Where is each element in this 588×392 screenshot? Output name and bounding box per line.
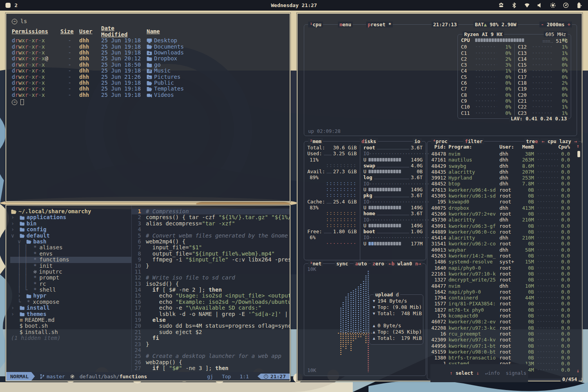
git-branch[interactable]: master — [40, 374, 65, 379]
tree-item-rc[interactable]: │ │ *rc — [10, 281, 131, 287]
cpu-core-row: C11·············0% — [458, 110, 514, 116]
process-row[interactable]: 176kcompactd0root0B········0.0 — [427, 313, 582, 319]
process-row[interactable]: 1640napi/phy0-0root0B········0.0 — [427, 265, 582, 271]
file-row: drwxr-xr-x-dhh25 Jun 18:50go — [12, 62, 284, 68]
tree-item-prompt[interactable]: │ │ *prompt — [10, 275, 131, 281]
process-row[interactable]: 40075dropboxdhh413M········0.0 — [427, 205, 582, 211]
process-row[interactable]: 48435alacrittydhh207M········0.0 — [427, 169, 582, 175]
code-line: 11 — [132, 269, 290, 275]
process-row[interactable]: 42208kworker/u97:3-kcroot0B········0.0 — [427, 325, 582, 331]
file-tree-pane[interactable]: ~/.local/share/omarchy› applications› bi… — [6, 205, 132, 372]
disk-row: log3.6T — [360, 174, 426, 180]
tree-item-install[interactable]: › install — [10, 305, 131, 311]
process-row[interactable]: 45159kworker/u98:0-btroot0B········0.0 — [427, 349, 582, 355]
script-icon: $ — [20, 323, 23, 329]
process-row[interactable]: 48429swaybgdhh8.6M········0.0 — [427, 163, 582, 169]
tab-disks[interactable]: disks — [360, 138, 378, 144]
tree-item-bin[interactable]: › bin — [10, 221, 131, 227]
process-row[interactable]: 40013waybardhh58M········0.0 — [427, 247, 582, 253]
process-row[interactable]: 45414alacrittydhh210M········0.0 — [427, 235, 582, 241]
process-row[interactable]: 45263kworker/14:2-mm_root0B········0.0 — [427, 253, 582, 259]
process-row[interactable]: 1486systemd-resolvesyst+15M········0.0 — [427, 259, 582, 265]
cpu-core-row: C23·············1% — [514, 110, 571, 116]
menu-button[interactable]: menu — [338, 22, 353, 27]
process-row[interactable]: 1380btrfs-transactioroot0B········0.0 — [427, 355, 582, 361]
tab-proc[interactable]: ⁴proc — [431, 138, 449, 144]
tree-item-hypr[interactable]: › hypr — [10, 293, 131, 299]
tree-item-boot.sh[interactable]: $boot.sh — [10, 323, 131, 329]
process-row[interactable]: 46072kworker/u98:2-evroot0B········0.0 — [427, 319, 582, 325]
process-table-header[interactable]: Pid:Program:User:MemBCpu% — [427, 144, 582, 150]
tree-item-shell[interactable]: │ └ *shell — [10, 287, 131, 293]
process-row[interactable]: 48478nvimdhh38M········0.0 — [427, 151, 582, 157]
process-row[interactable]: 39912Hyprlanddhh253M········0.0 — [427, 175, 582, 181]
process-row[interactable]: 43091kworker/u96:3-gfroot0B········0.0 — [427, 223, 582, 229]
proc-scrollbar-thumb[interactable] — [577, 151, 580, 157]
process-row[interactable]: 16rcu_preemptroot0B········0.0 — [427, 331, 582, 337]
wifi-icon[interactable] — [524, 2, 530, 8]
btop-window[interactable]: ¹cpu menu preset * 21:27:13 BAT▲ 98% 2.9… — [297, 13, 583, 381]
disk-row: pkg3.6T — [360, 192, 426, 198]
tree-item--.local-share-omarchy[interactable]: ~/.local/share/omarchy — [10, 209, 131, 214]
ls-column-header: User — [73, 29, 96, 34]
tree-item-inputrc[interactable]: │ │ inputrc — [10, 269, 131, 275]
process-row[interactable]: 22161kworker/u97:10-kroot0B········0.0 — [427, 271, 582, 277]
process-row[interactable]: 47161nautilusdhh263M········0.0 — [427, 157, 582, 163]
process-row[interactable]: 1827mt76-tx phy0root0B········0.0 — [427, 307, 582, 313]
tree-item-default[interactable]: ∨ default — [10, 233, 131, 239]
workspace-indicator[interactable]: 2 — [5, 2, 18, 8]
process-row[interactable]: 1577irq/81-PIXA3854:root0B········0.0 — [427, 301, 582, 307]
code-line: 7 input_file="$1" — [132, 245, 290, 250]
tree-item-applications[interactable]: › applications — [10, 214, 131, 220]
screencast-icon[interactable] — [550, 2, 556, 8]
tree-item-envs[interactable]: │ │ *envs — [10, 251, 131, 257]
file-row: drwxr-xr-x@-dhh25 Jun 20:12Dropbox — [12, 56, 284, 62]
updates-icon[interactable] — [498, 2, 504, 8]
editor-window[interactable]: ~/.local/share/omarchy› applications› bi… — [5, 205, 290, 381]
tree-item-config[interactable]: › config — [10, 227, 131, 232]
process-row[interactable]: 44889kworker/u96:0-coroot0B········0.0 — [427, 229, 582, 235]
tab-mem[interactable]: ²mem — [308, 138, 323, 144]
code-line: 18 lsblk -d -o NAME | grep -E '^sd[a-z]'… — [132, 311, 290, 317]
process-row[interactable]: 1327dmcrypt_write/25root0B········0.0 — [427, 277, 582, 283]
idle-inhibitor-icon[interactable] — [563, 2, 569, 8]
tree-item-functions[interactable]: │ │ *functions — [10, 257, 131, 263]
proc-tree-toggle[interactable]: tree — [524, 138, 539, 144]
battery-charging-icon[interactable] — [576, 2, 582, 8]
tree-item-themes[interactable]: › themes — [10, 311, 131, 317]
proc-sort-selector[interactable]: ← cpu lazy → — [540, 138, 579, 144]
tree-item-aliases[interactable]: │ │ *aliases — [10, 245, 131, 250]
process-row[interactable]: 195kswapd0root0B········0.0 — [427, 199, 582, 205]
process-row[interactable]: 45266kworker/u97:2+evroot0B········0.0 — [427, 211, 582, 217]
code-line: 10} — [132, 263, 290, 269]
disks-io-label[interactable]: io — [413, 138, 422, 144]
process-row[interactable]: 31541kworker/u96:2-coroot0B········0.0 — [427, 241, 582, 247]
refresh-interval-control[interactable]: - 2000ms + — [539, 22, 572, 27]
process-row[interactable]: 44956kworker/u97:1-btroot0B········0.0 — [427, 343, 582, 349]
scroll-down-arrow[interactable]: ↓ — [576, 368, 579, 374]
bluetooth-icon[interactable] — [511, 2, 517, 8]
process-row[interactable]: 1794containerdroot44M········0.0 — [427, 295, 582, 301]
tree-item-init[interactable]: │ │ *init — [10, 263, 131, 269]
volume-icon[interactable] — [537, 2, 543, 8]
process-row[interactable]: 45730alacrittydhh210M········0.0 — [427, 217, 582, 223]
tree-item-install.sh[interactable]: $install.sh — [10, 329, 131, 335]
preset-button[interactable]: preset * — [366, 22, 393, 27]
code-line: 16 echo "Example: iso2sd ~/Downloads/ubu… — [132, 299, 290, 305]
process-row[interactable]: 47613kworker/u96:4-sdroot0B········0.0 — [427, 187, 582, 193]
sort-direction-arrow[interactable]: ↑ — [576, 143, 579, 149]
proc-filter-button[interactable]: filter — [463, 138, 484, 144]
process-row[interactable]: 48452btopdhh7.8M········0.0 — [427, 181, 582, 187]
code-pane[interactable]: 1# Compression2compress() { tar -czf "${… — [132, 205, 290, 372]
tree-item-readme.md[interactable]: ≡README.md — [10, 317, 131, 323]
tree-item-xcompose[interactable]: └ *xcompose — [10, 299, 131, 305]
terminal-cursor[interactable] — [20, 99, 24, 105]
process-row[interactable]: 1642napi/phy0-0root0B········0.0 — [427, 289, 582, 295]
tab-cpu[interactable]: ¹cpu — [308, 22, 323, 27]
mem-stat-row: Free:1.80 GiB — [304, 229, 360, 234]
process-row[interactable]: 45305kworker/u96:1-sdroot0B········0.0 — [427, 193, 582, 199]
terminal-window[interactable]: → ls PermissionsSizeUserDate ModifiedNam… — [5, 13, 290, 202]
file-row: drwxr-xr-x-dhh25 Jun 19:18Documents — [12, 44, 284, 50]
process-row[interactable]: 42309kworker/u97:4-kvroot0B········0.0 — [427, 337, 582, 343]
process-row[interactable]: 48477nvimdhh10M········0.0 — [427, 283, 582, 289]
